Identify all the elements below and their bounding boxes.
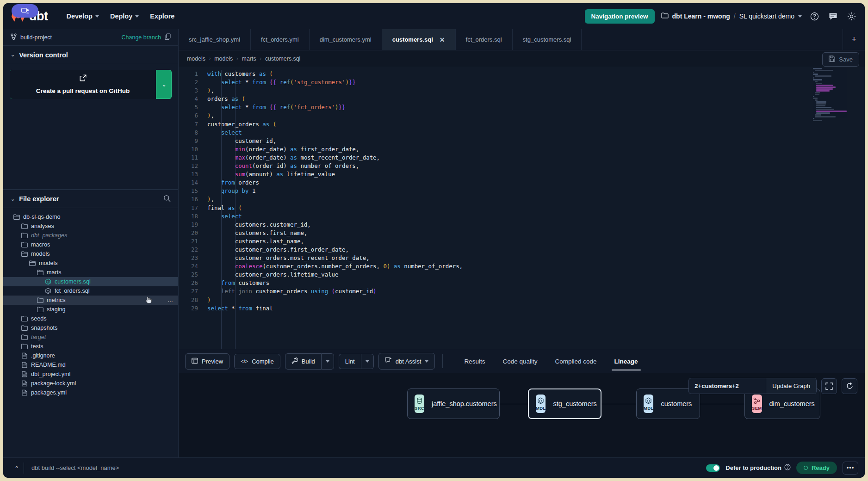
refresh-icon[interactable] — [842, 378, 857, 394]
tree-item-analyses[interactable]: analyses — [3, 222, 178, 231]
close-icon[interactable]: ✕ — [440, 36, 445, 43]
code-line[interactable]: orders as ( — [207, 95, 865, 103]
tree-item-readme-md[interactable]: README.md — [3, 360, 178, 370]
preview-button[interactable]: Preview — [185, 353, 229, 370]
code-line[interactable]: customer_id, — [207, 137, 865, 145]
editor-tab-fct-orders-yml[interactable]: fct_orders.yml — [251, 29, 310, 50]
chevron-up-icon[interactable]: ^ — [10, 465, 24, 471]
lineage-node-jaffle-shop-customers[interactable]: SRCjaffle_shop.customers — [407, 388, 500, 419]
panel-tab-compiled-code[interactable]: Compiled code — [547, 349, 604, 373]
create-pull-request-main[interactable]: Create a pull request on GitHub — [10, 70, 156, 99]
code-line[interactable]: customers.first_name, — [207, 229, 865, 237]
code-line[interactable]: ), — [207, 111, 865, 120]
lint-button-group[interactable]: Lint — [339, 354, 374, 369]
build-button-group[interactable]: Build — [285, 353, 334, 370]
nav-item-develop[interactable]: Develop — [61, 9, 104, 24]
tree-item-macros[interactable]: macros — [3, 240, 178, 249]
gear-icon[interactable] — [845, 10, 857, 22]
code-line[interactable]: customer_orders.most_recent_order_date, — [207, 254, 865, 262]
editor-tab-customers-sql[interactable]: customers.sql✕ — [382, 29, 456, 50]
code-line[interactable]: count(order_id) as number_of_orders, — [207, 162, 865, 170]
account-project-selector[interactable]: dbt Learn - mwong / SL quickstart demo — [661, 12, 802, 20]
panel-tabs[interactable]: ResultsCode qualityCompiled codeLineage — [457, 349, 645, 373]
tree-item-marts[interactable]: marts — [3, 268, 178, 277]
code-line[interactable]: customer_orders as ( — [207, 120, 865, 129]
tree-item-dbt-project-yml[interactable]: dbt_project.yml — [3, 370, 178, 379]
tree-item-menu-button[interactable]: … — [167, 297, 174, 303]
tree-item-packages-yml[interactable]: packages.yml — [3, 388, 178, 397]
new-tab-button[interactable]: + — [843, 29, 865, 50]
copy-icon[interactable] — [165, 33, 171, 41]
tree-item-customers-sql[interactable]: customers.sql — [3, 277, 178, 286]
tree-item-target[interactable]: target — [3, 333, 178, 342]
file-explorer-header[interactable]: ⌄ File explorer — [3, 190, 178, 208]
nav-item-explore[interactable]: Explore — [144, 9, 180, 24]
code-line[interactable]: ), — [207, 195, 865, 204]
code-line[interactable]: select — [207, 129, 865, 137]
tree-item-snapshots[interactable]: snapshots — [3, 323, 178, 333]
code-line[interactable]: group by 1 — [207, 187, 865, 195]
lineage-node-stg-customers[interactable]: MDLstg_customers — [528, 388, 601, 419]
command-line-hint[interactable]: dbt build --select <model_name> — [24, 462, 706, 474]
tree-item-package-lock-yml[interactable]: package-lock.yml — [3, 379, 178, 388]
code-line[interactable]: select * from {{ ref('fct_orders')}} — [207, 103, 865, 111]
lineage-selector-input[interactable] — [689, 378, 766, 394]
tree-item-models[interactable]: models — [3, 259, 178, 268]
lint-dropdown[interactable] — [361, 354, 374, 369]
breadcrumb-item-0[interactable]: models — [187, 56, 205, 62]
tree-item-staging[interactable]: staging — [3, 305, 178, 314]
code-line[interactable]: final as ( — [207, 204, 865, 212]
lint-button[interactable]: Lint — [339, 354, 361, 369]
editor-tab-fct-orders-sql[interactable]: fct_orders.sql — [456, 29, 513, 50]
code-line[interactable]: select * from final — [207, 304, 865, 313]
code-line[interactable]: customer_orders.first_order_date, — [207, 246, 865, 254]
create-pull-request-dropdown[interactable]: ⌄ — [156, 70, 172, 99]
code-line[interactable]: select — [207, 212, 865, 221]
breadcrumb-item-1[interactable]: models — [214, 56, 233, 62]
file-tree[interactable]: db-sl-qs-demoanalysesdbt_packagesmacrosm… — [3, 208, 178, 457]
code-editor[interactable]: 1234567891011121314151617181920212223242… — [179, 67, 865, 349]
code-line[interactable]: with customers as ( — [207, 70, 865, 78]
panel-tab-lineage[interactable]: Lineage — [607, 349, 645, 373]
code-line[interactable]: from customers — [207, 279, 865, 287]
code-line[interactable]: from orders — [207, 179, 865, 187]
version-control-header[interactable]: ⌄ Version control — [3, 46, 178, 64]
code-line[interactable]: max(order_date) as most_recent_order_dat… — [207, 154, 865, 162]
more-options-button[interactable]: ••• — [843, 462, 858, 475]
editor-tab-bar[interactable]: src_jaffle_shop.ymlfct_orders.ymldim_cus… — [179, 29, 865, 50]
nav-item-deploy[interactable]: Deploy — [105, 9, 144, 24]
code-line[interactable]: sum(amount) as lifetime_value — [207, 170, 865, 179]
build-button[interactable]: Build — [285, 353, 321, 370]
code-line[interactable]: min(order_date) as first_order_date, — [207, 145, 865, 154]
code-line[interactable]: left join customer_orders using (custome… — [207, 287, 865, 296]
editor-tab-stg-customers-sql[interactable]: stg_customers.sql — [513, 29, 582, 50]
help-circle-icon[interactable] — [784, 464, 791, 472]
code-line[interactable]: customers.customer_id, — [207, 221, 865, 229]
navigation-preview-button[interactable]: Navigation preview — [585, 9, 655, 24]
tree-item-db-sl-qs-demo[interactable]: db-sl-qs-demo — [3, 212, 178, 222]
defer-to-production-toggle[interactable] — [706, 464, 720, 472]
code-line[interactable]: ), — [207, 86, 865, 95]
compile-button[interactable]: </> Compile — [234, 354, 280, 369]
panel-tab-code-quality[interactable]: Code quality — [495, 349, 545, 373]
tree-item-models[interactable]: models — [3, 249, 178, 259]
feedback-icon[interactable] — [827, 10, 839, 22]
code-line[interactable]: select * from {{ ref('stg_customers')}} — [207, 78, 865, 86]
dbt-assist-button[interactable]: dbt Assist — [378, 353, 435, 370]
tree-item-seeds[interactable]: seeds — [3, 314, 178, 323]
code-content[interactable]: with customers as ( select * from {{ ref… — [203, 67, 865, 349]
update-graph-button[interactable]: Update Graph — [766, 378, 816, 394]
panel-tab-results[interactable]: Results — [457, 349, 492, 373]
create-pull-request-button[interactable]: Create a pull request on GitHub ⌄ — [10, 70, 172, 99]
tree-item-tests[interactable]: tests — [3, 342, 178, 351]
code-line[interactable]: ) — [207, 296, 865, 304]
tree-item-fct-orders-sql[interactable]: fct_orders.sql — [3, 286, 178, 296]
editor-minimap[interactable] — [810, 68, 865, 107]
tree-item-dbt-packages[interactable]: dbt_packages — [3, 231, 178, 240]
editor-tab-src-jaffle-shop-yml[interactable]: src_jaffle_shop.yml — [179, 29, 251, 50]
code-line[interactable]: customer_orders.lifetime_value — [207, 271, 865, 279]
build-dropdown[interactable] — [321, 353, 334, 370]
search-icon[interactable] — [163, 195, 171, 204]
lineage-selector-group[interactable]: Update Graph — [688, 378, 817, 394]
tree-item--gitignore[interactable]: .gitignore — [3, 351, 178, 360]
